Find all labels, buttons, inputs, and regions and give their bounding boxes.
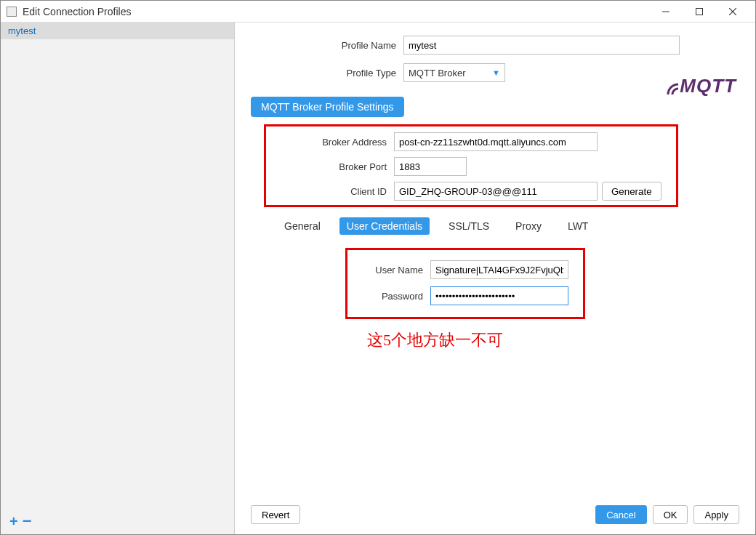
apply-button[interactable]: Apply: [693, 505, 739, 524]
content-pane: Profile Name Profile Type MQTT Broker ▼ …: [235, 23, 755, 534]
ok-button[interactable]: OK: [653, 505, 688, 524]
profile-name-input[interactable]: [403, 36, 680, 55]
broker-settings-highlight: Broker Address Broker Port Client ID Gen…: [264, 124, 678, 207]
sidebar: mytest + −: [1, 23, 235, 534]
password-label: Password: [358, 291, 430, 302]
window-title: Edit Connection Profiles: [23, 6, 131, 17]
profile-type-value: MQTT Broker: [409, 68, 466, 79]
username-input[interactable]: [430, 260, 568, 279]
add-profile-button[interactable]: +: [9, 513, 18, 530]
titlebar: Edit Connection Profiles: [1, 1, 755, 23]
remove-profile-button[interactable]: −: [23, 512, 32, 531]
profile-list-item[interactable]: mytest: [1, 23, 234, 39]
broker-port-input[interactable]: [394, 157, 467, 176]
mqtt-arc-icon: [661, 77, 678, 94]
profile-type-label: Profile Type: [251, 68, 403, 79]
tab-ssl-tls[interactable]: SSL/TLS: [441, 217, 496, 235]
generate-button[interactable]: Generate: [602, 182, 662, 201]
tab-lwt[interactable]: LWT: [560, 217, 596, 235]
tab-user-credentials[interactable]: User Credentials: [339, 217, 430, 235]
close-button[interactable]: [716, 1, 749, 23]
svg-rect-1: [696, 8, 703, 15]
chevron-down-icon: ▼: [492, 68, 500, 77]
tab-bar: General User Credentials SSL/TLS Proxy L…: [251, 217, 739, 235]
credentials-highlight: User Name Password: [345, 248, 585, 319]
tab-general[interactable]: General: [277, 217, 328, 235]
broker-address-input[interactable]: [394, 132, 598, 151]
client-id-input[interactable]: [394, 182, 598, 201]
profile-list: mytest: [1, 23, 234, 508]
maximize-button[interactable]: [683, 1, 716, 23]
tab-proxy[interactable]: Proxy: [508, 217, 549, 235]
profile-type-dropdown[interactable]: MQTT Broker ▼: [403, 63, 505, 82]
password-input[interactable]: [430, 286, 568, 305]
footer-bar: Revert Cancel OK Apply: [251, 498, 739, 524]
sidebar-toolbar: + −: [1, 508, 234, 534]
broker-port-label: Broker Port: [270, 161, 394, 172]
cancel-button[interactable]: Cancel: [595, 505, 646, 524]
app-icon: [7, 7, 17, 17]
minimize-button[interactable]: [649, 1, 683, 23]
username-label: User Name: [358, 265, 430, 275]
client-id-label: Client ID: [270, 186, 394, 197]
mqtt-logo: MQTT: [661, 75, 736, 97]
profile-name-label: Profile Name: [251, 40, 403, 51]
annotation-note: 这5个地方缺一不可: [367, 329, 739, 351]
revert-button[interactable]: Revert: [251, 505, 300, 524]
section-heading: MQTT Broker Profile Settings: [251, 97, 404, 117]
broker-address-label: Broker Address: [270, 137, 394, 148]
